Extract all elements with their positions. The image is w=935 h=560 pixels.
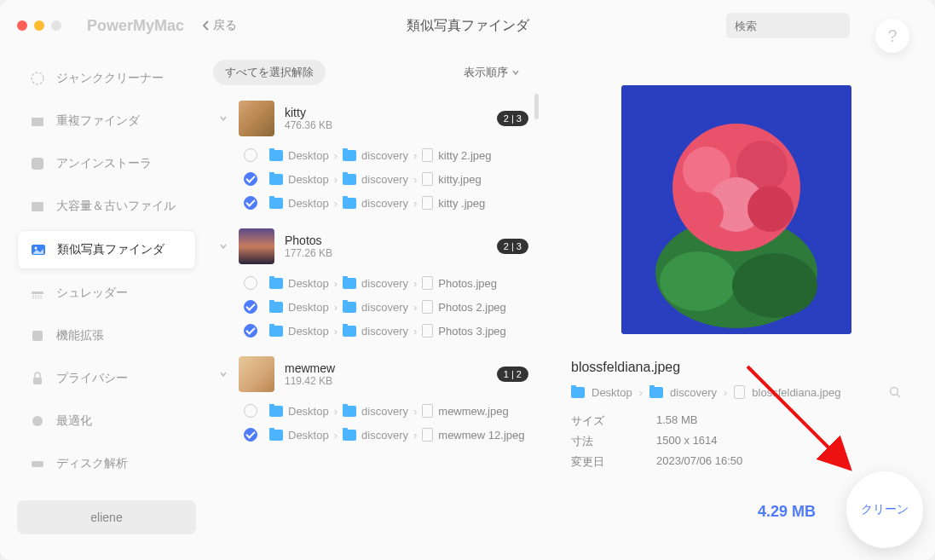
file-checkbox[interactable]	[244, 428, 257, 442]
deselect-all-button[interactable]: すべてを選択解除	[213, 60, 326, 85]
total-size: 4.29 MB	[758, 503, 816, 521]
group-badge: 2 | 3	[497, 111, 528, 126]
file-checkbox[interactable]	[244, 276, 257, 290]
clean-button[interactable]: クリーン	[846, 471, 923, 548]
file-row[interactable]: Desktop› discovery› Photos.jpeg	[213, 271, 545, 295]
search-box[interactable]	[726, 13, 850, 38]
svg-point-2	[32, 72, 43, 84]
file-path: Desktop› discovery› mewmew 12.jpeg	[269, 428, 524, 442]
path-segment: discovery	[361, 197, 408, 210]
maximize-window-button[interactable]	[51, 20, 61, 31]
svg-rect-16	[32, 461, 43, 467]
reveal-in-finder-icon[interactable]	[889, 386, 901, 398]
group-thumbnail	[239, 356, 274, 392]
help-button[interactable]: ?	[875, 19, 909, 53]
path-segment: Desktop	[288, 277, 329, 290]
sidebar-item-extensions[interactable]: 機能拡張	[17, 317, 196, 355]
svg-point-27	[891, 388, 898, 395]
preview-metadata: サイズ 1.58 MB 寸法 1500 x 1614 変更日 2023/07/0…	[571, 411, 901, 472]
sidebar-item-disk-analysis[interactable]: ディスク解析	[17, 445, 196, 482]
collapse-button[interactable]	[213, 364, 234, 384]
sidebar-item-label: プライバシー	[56, 371, 128, 386]
file-path: Desktop› discovery› Photos.jpeg	[269, 276, 497, 290]
file-icon	[422, 404, 433, 418]
collapse-button[interactable]	[213, 108, 234, 129]
sidebar-item-label: シュレッダー	[56, 286, 128, 301]
file-icon	[422, 276, 433, 290]
search-input[interactable]	[735, 20, 878, 32]
svg-rect-4	[32, 158, 43, 170]
file-row[interactable]: Desktop› discovery› Photos 3.jpeg	[213, 319, 545, 343]
scrollbar[interactable]	[534, 94, 539, 119]
folder-icon	[269, 278, 283, 289]
preview-image	[621, 85, 851, 334]
traffic-lights	[17, 20, 61, 31]
file-row[interactable]: Desktop› discovery› mewmew 12.jpeg	[213, 423, 545, 447]
close-window-button[interactable]	[17, 20, 27, 31]
path-separator: ›	[639, 386, 643, 399]
svg-rect-8	[32, 292, 43, 294]
file-row[interactable]: Desktop› discovery› kitty.jpeg	[213, 167, 545, 191]
files-icon	[29, 198, 46, 215]
user-badge[interactable]: eliene	[17, 500, 196, 534]
sidebar-item-similar-photos[interactable]: 類似写真ファインダ	[17, 230, 196, 269]
folder-icon	[269, 326, 283, 337]
file-checkbox[interactable]	[244, 172, 257, 186]
sidebar-item-large-old-files[interactable]: 大容量＆古いファイル	[17, 188, 196, 225]
app-name: PowerMyMac	[87, 17, 184, 35]
folder-icon	[343, 198, 356, 209]
sidebar-item-privacy[interactable]: プライバシー	[17, 360, 196, 397]
chevron-left-icon	[201, 20, 210, 32]
svg-point-7	[35, 247, 38, 250]
file-checkbox[interactable]	[244, 196, 257, 210]
sidebar-item-label: 最適化	[56, 413, 92, 429]
collapse-button[interactable]	[213, 236, 234, 257]
file-row[interactable]: Desktop› discovery› mewmew.jpeg	[213, 399, 545, 423]
group-header[interactable]: Photos 177.26 KB 2 | 3	[213, 222, 545, 271]
file-path: Desktop› discovery› kitty.jpeg	[269, 172, 482, 186]
path-segment: Desktop	[288, 149, 329, 162]
sidebar-item-duplicate-finder[interactable]: 重複ファインダ	[17, 102, 196, 140]
back-button[interactable]: 戻る	[201, 18, 237, 33]
path-separator: ›	[413, 197, 417, 210]
sidebar-item-label: アンインストーラ	[56, 156, 152, 171]
folder-icon	[343, 302, 356, 313]
sidebar-item-shredder[interactable]: シュレッダー	[17, 274, 196, 312]
sidebar-item-junk-cleaner[interactable]: ジャンククリーナー	[17, 60, 196, 97]
sidebar: ジャンククリーナー 重複ファインダ アンインストーラ 大容量＆古いファイル 類似…	[0, 0, 205, 560]
group-name: kitty	[285, 106, 497, 119]
group-header[interactable]: kitty 476.36 KB 2 | 3	[213, 94, 545, 143]
group-thumbnail	[239, 228, 274, 264]
list-toolbar: すべてを選択解除 表示順序	[213, 60, 545, 94]
chevron-down-icon	[218, 241, 228, 251]
file-checkbox[interactable]	[244, 404, 257, 418]
path-separator: ›	[413, 277, 417, 290]
svg-point-26	[747, 186, 794, 232]
folder-icon	[269, 430, 283, 441]
sort-label: 表示順序	[464, 65, 508, 80]
file-checkbox[interactable]	[244, 300, 257, 314]
file-checkbox[interactable]	[244, 324, 257, 338]
sidebar-item-uninstaller[interactable]: アンインストーラ	[17, 145, 196, 182]
app-icon	[29, 155, 46, 172]
sidebar-item-label: ディスク解析	[56, 456, 128, 471]
path-segment: discovery	[361, 173, 408, 186]
meta-label: サイズ	[571, 413, 656, 429]
file-row[interactable]: Desktop› discovery› Photos 2.jpeg	[213, 295, 545, 319]
sidebar-item-label: 機能拡張	[56, 328, 104, 344]
group-header[interactable]: mewmew 119.42 KB 1 | 2	[213, 349, 545, 399]
folder-icon	[343, 278, 356, 289]
sidebar-item-optimize[interactable]: 最適化	[17, 402, 196, 440]
page-title: 類似写真ファインダ	[407, 17, 529, 35]
path-separator: ›	[334, 301, 338, 314]
minimize-window-button[interactable]	[34, 20, 44, 31]
file-group: mewmew 119.42 KB 1 | 2 Desktop› discover…	[213, 349, 545, 447]
folder-icon	[343, 150, 356, 161]
file-icon	[734, 385, 745, 399]
path-segment: discovery	[361, 149, 408, 162]
file-row[interactable]: Desktop› discovery› kitty 2.jpeg	[213, 143, 545, 167]
file-checkbox[interactable]	[244, 148, 257, 162]
file-row[interactable]: Desktop› discovery› kitty .jpeg	[213, 191, 545, 215]
lock-icon	[29, 370, 46, 387]
sort-button[interactable]: 表示順序	[464, 65, 520, 80]
